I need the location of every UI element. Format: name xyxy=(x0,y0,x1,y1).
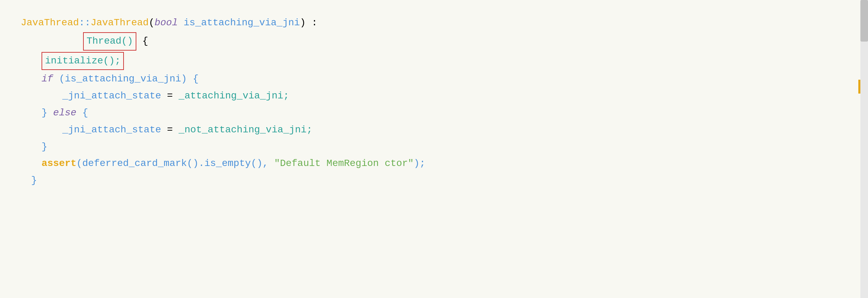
code-line-2: Thread() { xyxy=(83,32,847,51)
code-container: JavaThread::JavaThread(bool is_attaching… xyxy=(0,0,868,298)
else-open-brace: { xyxy=(76,105,88,121)
code-line-6: } else { xyxy=(42,105,847,121)
else-keyword: else xyxy=(53,105,76,121)
var-left-2: _jni_attach_state xyxy=(62,122,161,138)
thread-call-boxed: Thread() xyxy=(83,32,136,51)
assign-op-2: = xyxy=(161,122,179,138)
code-line-7: _jni_attach_state = _not_attaching_via_j… xyxy=(62,122,847,138)
code-line-3: initialize(); xyxy=(42,52,847,70)
paren-open: ( xyxy=(149,15,155,31)
param-name: is_attaching_via_jni xyxy=(178,15,300,31)
var-left: _jni_attach_state xyxy=(62,88,161,104)
code-line-9: assert(deferred_card_mark().is_empty(), … xyxy=(42,156,847,172)
scope-op: :: xyxy=(79,15,91,31)
close-brace-2: } xyxy=(42,139,47,155)
open-brace: { xyxy=(136,34,148,49)
code-line-5: _jni_attach_state = _attaching_via_jni; xyxy=(62,88,847,104)
close-brace-else: } xyxy=(42,105,53,121)
var-right: _attaching_via_jni; xyxy=(179,88,289,104)
method-name: JavaThread xyxy=(91,15,149,31)
paren-close-colon: ) : xyxy=(300,15,317,31)
if-keyword: if xyxy=(42,71,53,87)
assert-end: ); xyxy=(414,156,425,172)
if-condition: (is_attaching_via_jni) { xyxy=(53,71,199,87)
code-line-4: if (is_attaching_via_jni) { xyxy=(42,71,847,87)
type-bool: bool xyxy=(154,15,178,31)
initialize-call-boxed: initialize(); xyxy=(42,52,124,70)
assert-string: "Default MemRegion ctor" xyxy=(274,156,414,172)
assign-op: = xyxy=(161,88,179,104)
scrollbar-thumb[interactable] xyxy=(860,0,868,42)
assert-keyword: assert xyxy=(42,156,76,172)
code-line-10: } xyxy=(31,173,847,189)
code-line-1: JavaThread::JavaThread(bool is_attaching… xyxy=(21,15,847,31)
var-right-2: _not_attaching_via_jni; xyxy=(179,122,312,138)
class-name: JavaThread xyxy=(21,15,79,31)
scroll-indicator xyxy=(858,80,860,94)
close-brace-final: } xyxy=(31,173,37,189)
scrollbar[interactable] xyxy=(860,0,868,298)
assert-args: (deferred_card_mark().is_empty(), xyxy=(76,156,274,172)
code-line-8: } xyxy=(42,139,847,155)
